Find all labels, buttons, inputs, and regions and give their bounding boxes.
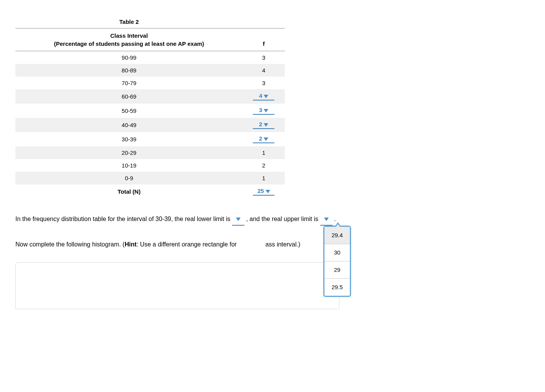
interval-cell: 30-39 bbox=[15, 132, 243, 146]
table-title: Table 2 bbox=[15, 15, 243, 28]
table-row: 70-793 bbox=[15, 77, 285, 89]
lower-limit-dropdown[interactable] bbox=[232, 214, 244, 226]
frequency-cell: 3 bbox=[243, 51, 285, 64]
dropdown-option[interactable]: 29.4 bbox=[324, 227, 350, 244]
chevron-down-icon bbox=[266, 190, 270, 193]
total-row: Total (N)25 bbox=[15, 184, 285, 199]
upper-limit-dropdown[interactable] bbox=[320, 214, 333, 226]
frequency-dropdown[interactable]: 4 bbox=[253, 92, 274, 101]
interval-cell: 50-59 bbox=[15, 104, 243, 118]
table-row: 90-993 bbox=[15, 51, 285, 64]
col-header-f: f bbox=[243, 28, 285, 51]
interval-cell: 70-79 bbox=[15, 77, 243, 89]
frequency-dropdown[interactable]: 2 bbox=[253, 121, 274, 129]
col-header-class-interval: Class Interval (Percentage of students p… bbox=[15, 28, 243, 51]
interval-cell: 80-89 bbox=[15, 64, 243, 77]
frequency-cell: 4 bbox=[243, 64, 285, 77]
dropdown-option[interactable]: 29.5 bbox=[324, 279, 350, 296]
dropdown-option[interactable]: 30 bbox=[324, 244, 350, 261]
dropdown-option[interactable]: 29 bbox=[324, 261, 350, 279]
interval-cell: 0-9 bbox=[15, 172, 243, 184]
table-row: 0-91 bbox=[15, 172, 285, 184]
frequency-cell: 1 bbox=[243, 172, 285, 184]
chevron-down-icon bbox=[324, 218, 329, 221]
table-row: 30-392 bbox=[15, 132, 285, 146]
frequency-cell: 2 bbox=[243, 159, 285, 172]
frequency-cell[interactable]: 4 bbox=[243, 89, 285, 104]
question-content: In the frequency distribution table for … bbox=[15, 214, 497, 309]
chevron-down-icon bbox=[236, 218, 241, 221]
chevron-down-icon bbox=[264, 109, 268, 112]
frequency-cell[interactable]: 3 bbox=[243, 104, 285, 118]
table-row: 40-492 bbox=[15, 118, 285, 132]
limits-sentence: In the frequency distribution table for … bbox=[15, 214, 497, 226]
lower-limit-options-popup: 29.4302929.5 bbox=[323, 226, 351, 297]
frequency-cell[interactable]: 2 bbox=[243, 132, 285, 146]
interval-cell: 40-49 bbox=[15, 118, 243, 132]
table-row: 10-192 bbox=[15, 159, 285, 172]
table-row: 60-694 bbox=[15, 89, 285, 104]
total-label: Total (N) bbox=[15, 184, 243, 199]
frequency-cell: 1 bbox=[243, 146, 285, 159]
chevron-down-icon bbox=[264, 137, 268, 141]
table-row: 80-894 bbox=[15, 64, 285, 77]
frequency-table-container: Table 2 Class Interval (Percentage of st… bbox=[15, 15, 285, 199]
chevron-down-icon bbox=[264, 95, 268, 98]
frequency-cell: 3 bbox=[243, 77, 285, 89]
frequency-dropdown[interactable]: 3 bbox=[253, 107, 274, 115]
table-row: 50-593 bbox=[15, 104, 285, 118]
interval-cell: 10-19 bbox=[15, 159, 243, 172]
interval-cell: 60-69 bbox=[15, 89, 243, 104]
histogram-instruction: Now complete the following histogram. (H… bbox=[15, 240, 497, 250]
frequency-dropdown[interactable]: 2 bbox=[253, 135, 274, 143]
table-row: 20-291 bbox=[15, 146, 285, 159]
histogram-canvas[interactable] bbox=[15, 262, 339, 309]
chevron-down-icon bbox=[264, 123, 268, 127]
interval-cell: 20-29 bbox=[15, 146, 243, 159]
interval-cell: 90-99 bbox=[15, 51, 243, 64]
total-dropdown[interactable]: 25 bbox=[253, 188, 274, 196]
total-value-cell[interactable]: 25 bbox=[243, 184, 285, 199]
frequency-cell[interactable]: 2 bbox=[243, 118, 285, 132]
frequency-table: Table 2 Class Interval (Percentage of st… bbox=[15, 15, 285, 199]
